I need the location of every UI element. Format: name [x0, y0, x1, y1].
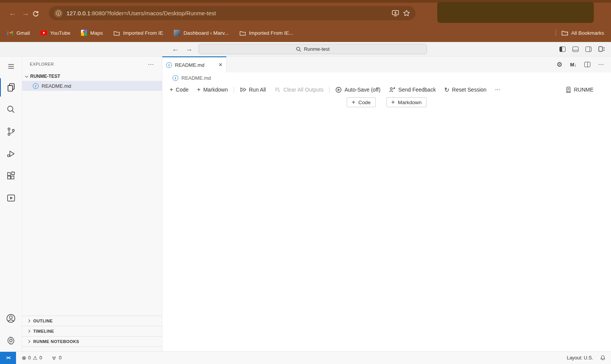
toolbar-more-button[interactable]: ⋯: [491, 86, 505, 93]
history-back-button[interactable]: ←: [172, 44, 179, 54]
section-timeline[interactable]: TIMELINE: [22, 326, 162, 336]
bookmark-dashboard[interactable]: Dashboard ‹ Marv...: [174, 30, 228, 36]
more-icon: ⋯: [495, 86, 501, 93]
toggle-panel-icon[interactable]: [572, 47, 579, 52]
error-count: 0: [28, 355, 31, 361]
account-icon: [6, 313, 16, 324]
bell-icon[interactable]: [600, 355, 606, 361]
install-app-icon[interactable]: [392, 10, 399, 16]
toggle-primary-sidebar-icon[interactable]: [559, 47, 566, 52]
toggle-secondary-sidebar-icon[interactable]: [585, 47, 592, 52]
sidebar-item-extensions[interactable]: [0, 165, 22, 187]
sidebar-item-source-control[interactable]: [0, 121, 22, 143]
url-path: :8080/?folder=/Users/macos/Desktop/Runme…: [91, 10, 216, 16]
plus-icon: +: [391, 99, 395, 105]
site-info-button[interactable]: i: [54, 9, 63, 18]
breadcrumb-item: README.md: [181, 75, 211, 81]
tree-root-runme-test[interactable]: RUNME-TEST: [22, 72, 162, 81]
browser-reload-button[interactable]: [32, 10, 45, 17]
sidebar-item-explorer[interactable]: [0, 76, 22, 98]
insert-code-cell-button[interactable]: + Code: [347, 97, 376, 107]
bookmark-imported-from-ie[interactable]: Imported From IE: [113, 30, 163, 36]
account-button[interactable]: [0, 307, 22, 329]
notebook-empty-area[interactable]: [162, 108, 611, 351]
browser-forward-button[interactable]: →: [19, 9, 32, 18]
sidebar-footer: [22, 346, 162, 351]
settings-button[interactable]: [0, 329, 22, 351]
sidebar-more-actions[interactable]: ⋯: [148, 61, 154, 68]
sidebar-item-run-debug[interactable]: [0, 143, 22, 165]
keyboard-layout-status[interactable]: Layout: U.S.: [567, 355, 593, 361]
run-all-label: Run All: [249, 87, 266, 93]
customize-layout-icon[interactable]: [598, 46, 605, 52]
url-host: 127.0.0.1: [66, 10, 91, 16]
explorer-files-icon: [6, 82, 16, 92]
run-debug-icon: [6, 149, 16, 159]
section-label: RUNME NOTEBOOKS: [33, 339, 79, 344]
status-bar: >< ⊗ 0 ⚠ 0 0 Layout: U.S.: [0, 351, 611, 364]
bookmark-imported-from-ie-2[interactable]: Imported From IE...: [239, 30, 293, 36]
info-icon: i: [33, 83, 39, 89]
auto-save-icon: [335, 87, 342, 93]
add-code-button[interactable]: + Code: [165, 87, 193, 93]
ports-count: 0: [59, 355, 61, 361]
all-bookmarks-button[interactable]: All Bookmarks: [561, 30, 604, 36]
sidebar-header: EXPLORER ⋯: [22, 56, 162, 72]
gear-icon: [6, 335, 16, 346]
bookmark-gmail[interactable]: Gmail: [7, 30, 30, 36]
explorer-sidebar: EXPLORER ⋯ RUNME-TEST i README.md OUTLIN…: [22, 56, 162, 351]
menu-icon: [7, 62, 15, 71]
reset-icon: ↻: [444, 86, 449, 93]
address-bar[interactable]: i 127.0.0.1:8080/?folder=/Users/macos/De…: [49, 6, 415, 20]
browser-toolbar: ← → i 127.0.0.1:8080/?folder=/Users/maco…: [0, 3, 611, 24]
section-outline[interactable]: OUTLINE: [22, 316, 162, 326]
remote-indicator[interactable]: ><: [0, 352, 16, 364]
all-bookmarks-label: All Bookmarks: [571, 30, 604, 36]
notebook-toolbar: + Code + Markdown Run All: [162, 83, 611, 96]
browser-back-button[interactable]: ←: [6, 9, 19, 18]
sidebar-item-search[interactable]: [0, 98, 22, 121]
toolbar-separator: [329, 87, 330, 93]
insert-markdown-cell-button[interactable]: + Markdown: [386, 97, 427, 107]
chevron-down-icon: [25, 74, 28, 77]
breadcrumb[interactable]: i README.md: [162, 72, 611, 83]
bookmark-label: Maps: [90, 30, 103, 36]
url-text: 127.0.0.1:8080/?folder=/Users/macos/Desk…: [66, 10, 388, 16]
search-icon: [296, 47, 301, 52]
add-markdown-button[interactable]: + Markdown: [193, 87, 232, 93]
close-icon[interactable]: ×: [219, 62, 222, 68]
reset-session-button[interactable]: ↻ Reset Session: [440, 86, 491, 93]
history-forward-button[interactable]: →: [186, 44, 192, 54]
run-all-icon: [240, 87, 246, 93]
sidebar-title: EXPLORER: [30, 62, 54, 66]
bookmarks-bar: Gmail YouTube Maps Imported From IE Dash…: [0, 24, 611, 42]
menu-button[interactable]: [0, 56, 22, 76]
bookmark-star-icon[interactable]: [403, 10, 410, 17]
root-folder-label: RUNME-TEST: [30, 74, 60, 79]
problems-status[interactable]: ⊗ 0 ⚠ 0: [22, 355, 42, 361]
cell-insert-row: + Code + Markdown: [162, 96, 611, 108]
folder-icon: [239, 30, 246, 36]
clear-all-outputs-button[interactable]: Clear All Outputs: [270, 87, 328, 93]
tab-bar: i README.md × ⚙ M↓ ⋯: [162, 56, 611, 72]
markdown-preview-button[interactable]: M↓: [570, 62, 577, 68]
ports-status[interactable]: 0: [51, 355, 61, 361]
sidebar-item-runme[interactable]: [0, 187, 22, 209]
tree-item-readme[interactable]: i README.md: [22, 81, 162, 91]
section-runme-notebooks[interactable]: RUNME NOTEBOOKS: [22, 336, 162, 346]
chevron-right-icon: [27, 340, 30, 343]
split-editor-icon[interactable]: [584, 62, 590, 67]
notebook-settings-button[interactable]: ⚙: [556, 61, 562, 69]
maps-icon: [81, 30, 87, 36]
command-center-search[interactable]: Runme-test: [199, 44, 427, 54]
run-all-button[interactable]: Run All: [236, 87, 270, 93]
bookmark-youtube[interactable]: YouTube: [40, 30, 70, 36]
editor-more-actions[interactable]: ⋯: [598, 61, 604, 68]
tab-readme[interactable]: i README.md ×: [162, 56, 226, 72]
bookmark-label: Dashboard ‹ Marv...: [183, 30, 228, 36]
bookmark-maps[interactable]: Maps: [81, 30, 103, 36]
send-feedback-button[interactable]: Send Feedback: [385, 87, 440, 93]
plus-icon: +: [197, 87, 200, 93]
warning-count: 0: [39, 355, 42, 361]
auto-save-button[interactable]: Auto-Save (off): [331, 87, 385, 93]
